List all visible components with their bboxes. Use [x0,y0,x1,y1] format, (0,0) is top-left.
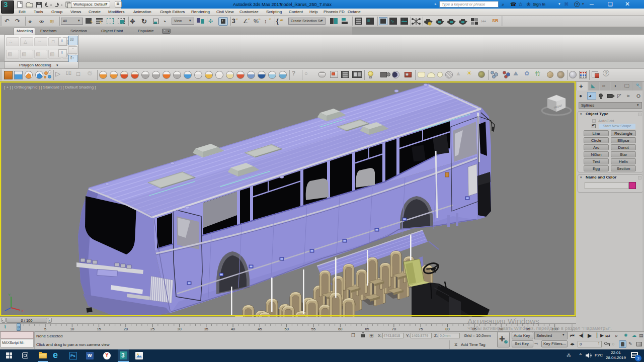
svg-text:X: X [21,309,24,313]
svg-text:10: 10 [70,327,74,331]
svg-text:45: 45 [258,327,262,331]
svg-text:60: 60 [338,327,342,331]
svg-text:80: 80 [445,327,449,331]
svg-text:55: 55 [311,327,315,331]
svg-text:15: 15 [97,327,101,331]
svg-text:5: 5 [44,327,46,331]
svg-text:35: 35 [204,327,208,331]
svg-text:20: 20 [124,327,128,331]
svg-text:25: 25 [150,327,154,331]
svg-text:30: 30 [177,327,181,331]
svg-text:70: 70 [392,327,396,331]
svg-text:50: 50 [285,327,289,331]
svg-text:75: 75 [419,327,423,331]
svg-text:40: 40 [231,327,235,331]
svg-text:Y: Y [8,293,11,297]
svg-text:[ + ] [ Orthographic ] [ Stand: [ + ] [ Orthographic ] [ Standard ] [ De… [4,85,96,89]
svg-text:65: 65 [365,327,369,331]
